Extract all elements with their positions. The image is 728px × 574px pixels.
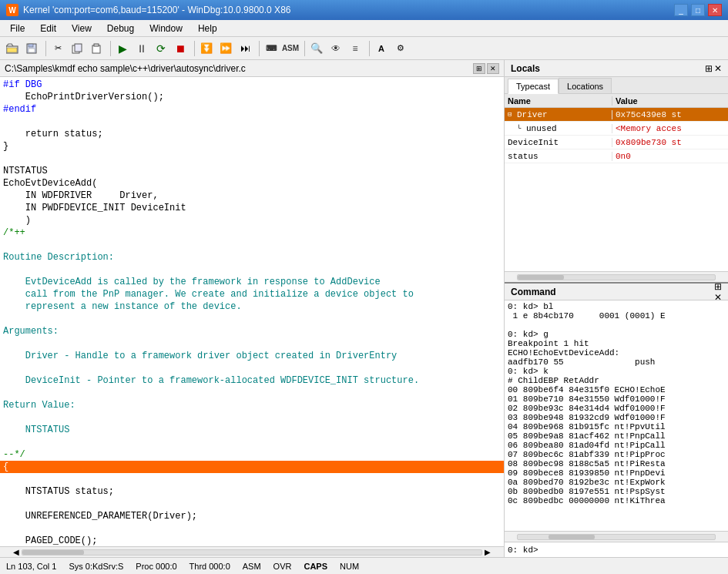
close-button[interactable]: ✕ bbox=[708, 4, 722, 16]
code-editor-panel: C:\Samples\kmdf echo sample\c++\driver\a… bbox=[0, 60, 505, 557]
maximize-button[interactable]: □ bbox=[691, 4, 705, 16]
indent-icon: └ bbox=[517, 125, 525, 133]
tb-watch[interactable]: 👁 bbox=[327, 40, 345, 57]
code-line: IN WDFDRIVER Driver, bbox=[0, 190, 504, 202]
code-line bbox=[0, 522, 504, 535]
code-line: { bbox=[0, 461, 504, 473]
tb-step-over[interactable]: ⏩ bbox=[216, 40, 235, 57]
window-controls[interactable]: _ □ ✕ bbox=[674, 4, 722, 16]
locals-table-header: Name Value bbox=[505, 94, 728, 108]
locals-scrollbar[interactable] bbox=[505, 271, 728, 282]
tb-properties[interactable]: ⚙ bbox=[391, 40, 410, 57]
scroll-left-arrow[interactable]: ◀ bbox=[11, 548, 22, 556]
code-line bbox=[0, 473, 504, 485]
command-input-area[interactable]: 0: kd> bbox=[505, 542, 728, 557]
status-sys: Sys 0:KdSrv:S bbox=[69, 562, 123, 571]
locals-tabs: Typecast Locations bbox=[505, 77, 728, 94]
tab-locations[interactable]: Locations bbox=[559, 78, 612, 93]
command-input[interactable] bbox=[538, 545, 725, 555]
menu-window[interactable]: Window bbox=[143, 21, 190, 36]
row-value-cell: 0n0 bbox=[612, 152, 728, 161]
code-line bbox=[0, 153, 504, 165]
locals-panel: Locals ⊞ ✕ Typecast Locations Name Value… bbox=[505, 60, 728, 284]
code-line: #endif bbox=[0, 103, 504, 116]
code-line: EvtDeviceAdd is called by the framework … bbox=[0, 276, 504, 288]
code-line: EchoPrintDriverVersion(); bbox=[0, 91, 504, 103]
status-caps: CAPS bbox=[304, 562, 327, 571]
tb-cut[interactable]: ✂ bbox=[49, 40, 67, 57]
code-line bbox=[0, 337, 504, 350]
menu-file[interactable]: File bbox=[3, 21, 32, 36]
code-horizontal-scrollbar[interactable]: ◀ ▶ bbox=[0, 546, 504, 557]
tb-open[interactable] bbox=[3, 40, 22, 57]
table-row[interactable]: ⊟Driver0x75c439e8 st bbox=[505, 108, 728, 122]
locals-title: Locals bbox=[511, 63, 540, 74]
tb-step-out[interactable]: ⏭ bbox=[236, 40, 254, 57]
tb-save[interactable] bbox=[22, 40, 41, 57]
table-row[interactable]: └unused<Memory acces bbox=[505, 122, 728, 136]
toolbar: ✂ ▶ ⏸ ⟳ ⏹ ⏬ ⏩ ⏭ ⌨ ASM 🔍 👁 ≡ A ⚙ bbox=[0, 37, 728, 60]
command-header: Command ⊞ ✕ bbox=[505, 284, 728, 300]
code-line: Arguments: bbox=[0, 325, 504, 337]
locals-header: Locals ⊞ ✕ bbox=[505, 60, 728, 77]
expand-icon[interactable]: ⊟ bbox=[508, 110, 515, 119]
menu-edit[interactable]: Edit bbox=[33, 21, 63, 36]
minimize-button[interactable]: _ bbox=[674, 4, 688, 16]
table-row[interactable]: DeviceInit0x809be730 st bbox=[505, 136, 728, 149]
tb-copy[interactable] bbox=[68, 40, 86, 57]
tb-locals[interactable]: ≡ bbox=[346, 40, 364, 57]
tb-find[interactable]: 🔍 bbox=[307, 40, 326, 57]
tb-restart[interactable]: ⟳ bbox=[152, 40, 170, 57]
locals-close[interactable]: ✕ bbox=[714, 63, 722, 74]
code-line bbox=[0, 387, 504, 399]
table-row[interactable]: status0n0 bbox=[505, 149, 728, 163]
row-name-text: DeviceInit bbox=[508, 138, 559, 147]
file-header: C:\Samples\kmdf echo sample\c++\driver\a… bbox=[0, 60, 504, 77]
command-prompt: 0: kd> bbox=[508, 545, 538, 555]
status-proc: Proc 000:0 bbox=[136, 562, 176, 571]
svg-rect-8 bbox=[94, 44, 99, 46]
code-line bbox=[0, 239, 504, 251]
tb-step-into[interactable]: ⏬ bbox=[197, 40, 216, 57]
tb-stop[interactable]: ⏹ bbox=[171, 40, 190, 57]
cmd-scroll-track[interactable] bbox=[517, 534, 716, 540]
main-area: C:\Samples\kmdf echo sample\c++\driver\a… bbox=[0, 60, 728, 557]
status-asm: ASM bbox=[243, 562, 261, 571]
code-line: DeviceInit - Pointer to a framework-allo… bbox=[0, 374, 504, 387]
code-line: represent a new instance of the device. bbox=[0, 300, 504, 313]
tb-go[interactable]: ▶ bbox=[113, 40, 132, 57]
title-bar: W Kernel 'com:port=com6,baud=115200' - W… bbox=[0, 0, 728, 20]
code-line: #if DBG bbox=[0, 79, 504, 91]
tb-separator-3 bbox=[192, 41, 195, 56]
file-controls: ⊞ ✕ bbox=[473, 63, 499, 74]
tb-font[interactable]: A bbox=[372, 40, 391, 57]
svg-rect-3 bbox=[29, 44, 33, 47]
col-value: Value bbox=[612, 96, 728, 106]
menu-view[interactable]: View bbox=[65, 21, 99, 36]
file-dockable[interactable]: ⊞ bbox=[473, 63, 485, 74]
code-line bbox=[0, 498, 504, 510]
menu-debug[interactable]: Debug bbox=[100, 21, 141, 36]
command-dockable[interactable]: ⊞ bbox=[714, 281, 722, 292]
tb-break[interactable]: ⏸ bbox=[133, 40, 151, 57]
file-close[interactable]: ✕ bbox=[487, 63, 499, 74]
tb-separator-5 bbox=[302, 41, 305, 56]
command-panel: Command ⊞ ✕ 0: kd> bl 1 e 8b4cb170 0001 … bbox=[505, 284, 728, 557]
tb-asm-view[interactable]: ASM bbox=[281, 40, 300, 57]
window-title: Kernel 'com:port=com6,baud=115200' - Win… bbox=[23, 5, 290, 15]
locals-scroll-track[interactable] bbox=[517, 274, 716, 280]
scroll-right-arrow[interactable]: ▶ bbox=[482, 548, 493, 556]
tb-paste[interactable] bbox=[87, 40, 106, 57]
code-line: return status; bbox=[0, 128, 504, 140]
code-line: Return Value: bbox=[0, 399, 504, 411]
tb-source[interactable]: ⌨ bbox=[262, 40, 280, 57]
code-line: UNREFERENCED_PARAMETER(Driver); bbox=[0, 510, 504, 522]
command-scrollbar[interactable] bbox=[505, 531, 728, 542]
tab-typecast[interactable]: Typecast bbox=[508, 79, 559, 94]
menu-help[interactable]: Help bbox=[191, 21, 224, 36]
locals-dockable[interactable]: ⊞ bbox=[705, 63, 713, 74]
scroll-track[interactable] bbox=[22, 549, 482, 556]
status-thrd: Thrd 000:0 bbox=[190, 562, 230, 571]
code-area[interactable]: #if DBG EchoPrintDriverVersion();#endif … bbox=[0, 77, 504, 546]
svg-rect-1 bbox=[7, 48, 17, 52]
